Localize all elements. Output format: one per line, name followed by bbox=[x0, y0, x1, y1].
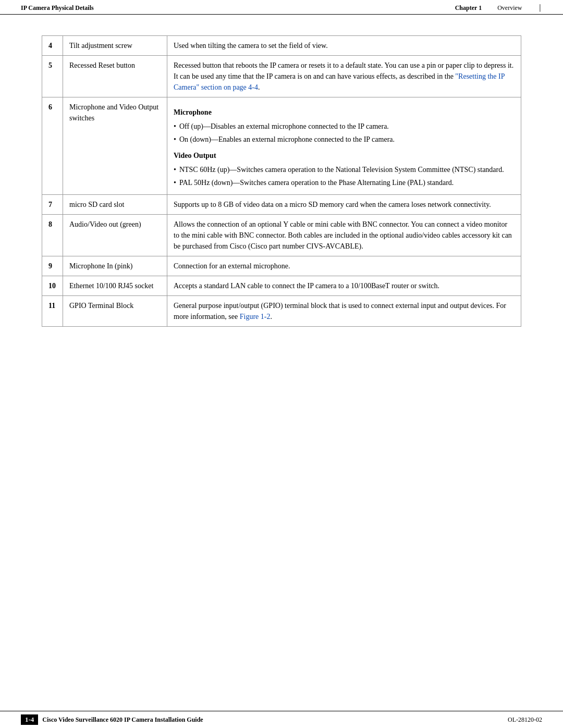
table-row: 6 Microphone and Video Output switches M… bbox=[42, 97, 521, 195]
row-num: 11 bbox=[42, 296, 63, 327]
video-output-title: Video Output bbox=[174, 150, 515, 161]
row-num: 10 bbox=[42, 276, 63, 296]
row-num: 4 bbox=[42, 36, 63, 56]
footer-doc-title: Cisco Video Surveillance 6020 IP Camera … bbox=[42, 716, 203, 724]
header-chapter: Chapter 1 bbox=[455, 4, 482, 12]
row-desc: Supports up to 8 GB of video data on a m… bbox=[167, 195, 521, 215]
footer-left: 1-4 Cisco Video Surveillance 6020 IP Cam… bbox=[21, 714, 203, 725]
microphone-list: Off (up)—Disables an external microphone… bbox=[174, 121, 515, 145]
row-num: 8 bbox=[42, 215, 63, 256]
page-number: 1-4 bbox=[21, 714, 38, 725]
row-desc: Connection for an external microphone. bbox=[167, 256, 521, 276]
list-item: Off (up)—Disables an external microphone… bbox=[174, 121, 515, 132]
row-num: 9 bbox=[42, 256, 63, 276]
header-section: Overview bbox=[497, 4, 522, 12]
table-row: 8 Audio/Video out (green) Allows the con… bbox=[42, 215, 521, 256]
figure-link[interactable]: Figure 1-2 bbox=[240, 313, 271, 320]
row-label: micro SD card slot bbox=[63, 195, 167, 215]
row-num: 6 bbox=[42, 97, 63, 195]
table-row: 9 Microphone In (pink) Connection for an… bbox=[42, 256, 521, 276]
row-label: Ethernet 10/100 RJ45 socket bbox=[63, 276, 167, 296]
microphone-title: Microphone bbox=[174, 107, 515, 118]
row-desc: Recessed button that reboots the IP came… bbox=[167, 56, 521, 97]
page-footer: 1-4 Cisco Video Surveillance 6020 IP Cam… bbox=[0, 711, 563, 728]
table-row: 5 Recessed Reset button Recessed button … bbox=[42, 56, 521, 97]
table-row: 10 Ethernet 10/100 RJ45 socket Accepts a… bbox=[42, 276, 521, 296]
row-label: Recessed Reset button bbox=[63, 56, 167, 97]
row-label: Microphone and Video Output switches bbox=[63, 97, 167, 195]
row-label: Microphone In (pink) bbox=[63, 256, 167, 276]
list-item: PAL 50Hz (down)—Switches camera operatio… bbox=[174, 177, 515, 188]
list-item: On (down)—Enables an external microphone… bbox=[174, 134, 515, 145]
video-output-list: NTSC 60Hz (up)—Switches camera operation… bbox=[174, 164, 515, 188]
row-desc: General purpose input/output (GPIO) term… bbox=[167, 296, 521, 327]
row-label: GPIO Terminal Block bbox=[63, 296, 167, 327]
reset-link[interactable]: "Resetting the IP Camera" section on pag… bbox=[174, 72, 505, 91]
row-desc: Allows the connection of an optional Y c… bbox=[167, 215, 521, 256]
row-num: 7 bbox=[42, 195, 63, 215]
content-area: 4 Tilt adjustment screw Used when tiltin… bbox=[0, 15, 563, 368]
row-desc-complex: Microphone Off (up)—Disables an external… bbox=[167, 97, 521, 195]
table-row: 4 Tilt adjustment screw Used when tiltin… bbox=[42, 36, 521, 56]
row-num: 5 bbox=[42, 56, 63, 97]
header-pipe: │ bbox=[537, 4, 542, 12]
footer-doc-num: OL-28120-02 bbox=[508, 716, 542, 724]
header-right: Chapter 1 Overview │ bbox=[455, 4, 542, 12]
page-header: IP Camera Physical Details Chapter 1 Ove… bbox=[0, 0, 563, 15]
table-row: 7 micro SD card slot Supports up to 8 GB… bbox=[42, 195, 521, 215]
table-row: 11 GPIO Terminal Block General purpose i… bbox=[42, 296, 521, 327]
row-label: Tilt adjustment screw bbox=[63, 36, 167, 56]
main-table: 4 Tilt adjustment screw Used when tiltin… bbox=[42, 35, 521, 327]
row-desc: Accepts a standard LAN cable to connect … bbox=[167, 276, 521, 296]
row-desc: Used when tilting the camera to set the … bbox=[167, 36, 521, 56]
list-item: NTSC 60Hz (up)—Switches camera operation… bbox=[174, 164, 515, 175]
row-label: Audio/Video out (green) bbox=[63, 215, 167, 256]
header-section-label: IP Camera Physical Details bbox=[21, 4, 94, 12]
